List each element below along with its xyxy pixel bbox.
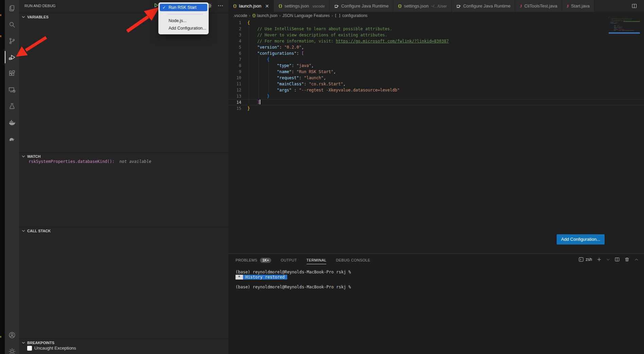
code-line-7[interactable]: 7 { [228, 56, 644, 63]
breakpoints-header[interactable]: BREAKPOINTS [19, 339, 228, 346]
code-line-3[interactable]: 3 // Hover to view descriptions of exist… [228, 32, 644, 38]
sidebar-item-explorer[interactable] [5, 0, 19, 16]
code-line-12[interactable]: 12 "args" : "--regtest -Xkeyvalue.dataso… [228, 87, 644, 93]
code-line-10[interactable]: 10 "request": "launch", [228, 75, 644, 81]
terminal-line [236, 280, 351, 285]
tab-label: Configure Java Runtime [341, 3, 388, 9]
close-icon[interactable]: ✕ [265, 3, 269, 9]
beaker-icon [8, 102, 16, 110]
start-debugging-button[interactable] [154, 3, 159, 8]
code-line-9[interactable]: 9 "name": "Run RSK Start", [228, 69, 644, 75]
java-icon: J [520, 3, 522, 9]
breadcrumb-label: configurations [342, 13, 368, 18]
panel-tab-problems[interactable]: PROBLEMS1K+ [236, 254, 271, 267]
code-line-13[interactable]: 13 } [228, 93, 644, 99]
watch-value: not available [117, 159, 151, 164]
code-line-4[interactable]: 4 // For more information, visit: https:… [228, 38, 644, 44]
menu-item-label: Node.js... [169, 18, 187, 23]
terminal-output[interactable]: (base) reynoldmorel@Reynolds-MacBook-Pro… [236, 270, 351, 289]
manage-button[interactable] [5, 343, 19, 354]
settings-gear-icon [8, 348, 16, 354]
chevron-down-icon[interactable] [606, 258, 610, 262]
code-line-6[interactable]: 6 "configurations": [ [228, 50, 644, 56]
elephant-icon [8, 135, 16, 143]
code-editor[interactable]: 1{2 // Use IntelliSense to learn about p… [228, 19, 644, 112]
menu-item-add-configuration[interactable]: Add Configuration... [160, 24, 207, 32]
tab-settings-json[interactable]: {}settings.json~/.../User [393, 0, 452, 12]
sidebar-item-gradle[interactable] [5, 131, 19, 147]
line-number: 4 [228, 38, 241, 44]
panel-tab-output[interactable]: OUTPUT [281, 254, 297, 267]
account-button[interactable] [5, 327, 19, 343]
source-control-icon [8, 37, 16, 45]
breadcrumb-separator: › [279, 13, 280, 18]
breadcrumb-label: JSON Language Features [282, 13, 330, 18]
menu-item-node-js[interactable]: Node.js... [160, 17, 207, 24]
split-terminal-icon[interactable] [614, 257, 620, 262]
search-icon [8, 21, 16, 29]
text-cursor [260, 100, 260, 104]
kill-terminal-icon[interactable] [624, 257, 630, 262]
tab-configure-java-runtime[interactable]: Configure Java Runtime [330, 0, 393, 12]
menu-item-run-rsk-start[interactable]: ✓Run RSK Start [160, 4, 207, 11]
sidebar-item-remote-explorer[interactable] [5, 82, 19, 98]
menu-separator [167, 14, 203, 14]
menu-item-label: Run RSK Start [169, 5, 196, 10]
sidebar-item-source-control[interactable] [5, 33, 19, 49]
panel-tab-terminal[interactable]: TERMINAL [307, 254, 327, 267]
line-number: 2 [228, 26, 241, 32]
code-line-11[interactable]: 11 "mainClass": "co.rsk.Start", [228, 81, 644, 87]
tab-configure-java-runtime[interactable]: Configure Java Runtime [452, 0, 515, 12]
editor-group: {}launch.json✕{}settings.json.vscodeConf… [228, 0, 644, 253]
code-line-15[interactable]: 15} [228, 105, 644, 112]
add-configuration-button[interactable]: Add Configuration... [557, 234, 605, 245]
sidebar-item-search[interactable] [5, 16, 19, 33]
breadcrumb-item-json-language-features[interactable]: JSON Language Features [282, 13, 330, 18]
panel-tab-label: DEBUG CONSOLE [336, 258, 370, 262]
tab-clitoolstest-java[interactable]: JCliToolsTest.java [515, 0, 562, 12]
checkbox[interactable] [27, 346, 32, 351]
code-line-5[interactable]: 5 "version": "0.2.0", [228, 44, 644, 50]
breadcrumb-item-vscode[interactable]: .vscode [233, 13, 247, 18]
json-icon: {} [278, 4, 282, 8]
tab-settings-json[interactable]: {}settings.json.vscode [274, 0, 330, 12]
array-icon: [ ] [335, 14, 341, 17]
tab-launch-json[interactable]: {}launch.json✕ [228, 0, 274, 12]
new-terminal-icon[interactable] [596, 257, 602, 262]
code-line-8[interactable]: 8 "type": "java", [228, 63, 644, 69]
split-editor-button[interactable] [631, 3, 637, 9]
json-icon: {} [398, 4, 401, 8]
terminal-shell-picker[interactable]: zsh [578, 257, 592, 262]
tab-description: ~/.../User [431, 4, 447, 8]
panel-tab-label: OUTPUT [281, 258, 297, 262]
java-runtime-icon [456, 4, 461, 9]
panel-tab-debug-console[interactable]: DEBUG CONSOLE [336, 254, 370, 267]
java-icon: J [567, 3, 569, 9]
terminal-line: (base) reynoldmorel@Reynolds-MacBook-Pro… [236, 285, 351, 290]
breakpoint-uncaught-exceptions[interactable]: Uncaught Exceptions [27, 345, 76, 351]
sidebar-item-testing[interactable] [5, 98, 19, 114]
sidebar-item-extensions[interactable] [5, 65, 19, 82]
tab-label: Configure Java Runtime [463, 3, 510, 9]
editor-tab-bar: {}launch.json✕{}settings.json.vscodeConf… [228, 0, 644, 12]
sidebar-item-docker[interactable] [5, 114, 19, 131]
code-line-1[interactable]: 1{ [228, 20, 644, 26]
watch-header[interactable]: WATCH [19, 152, 228, 160]
call-stack-header[interactable]: CALL STACK [19, 227, 228, 234]
maximize-panel-icon[interactable] [634, 257, 639, 262]
tab-start-java[interactable]: JStart.java [562, 0, 594, 12]
code-line-2[interactable]: 2 // Use IntelliSense to learn about pos… [228, 26, 644, 32]
sidebar-item-run-and-debug[interactable] [5, 49, 19, 65]
check-icon: ✓ [162, 4, 166, 11]
code-line-14[interactable]: 14 ] [228, 99, 644, 105]
breadcrumb-item-configurations[interactable]: [ ]configurations [335, 13, 368, 18]
vscode-window: RUN AND DEBUG ··· VARIABLES WATCH rskSys… [0, 0, 644, 354]
bottom-panel: PROBLEMS1K+OUTPUTTERMINALDEBUG CONSOLE z… [228, 253, 644, 354]
watch-expression-row[interactable]: rskSystemProperties.databaseKind(): not … [29, 159, 151, 164]
tab-label: CliToolsTest.java [524, 3, 557, 9]
breadcrumb-item-launch-json[interactable]: {}launch.json [252, 13, 278, 18]
breadcrumb-label: launch.json [257, 13, 278, 18]
more-actions-icon[interactable]: ··· [218, 3, 224, 8]
breakpoints-section: BREAKPOINTS Uncaught Exceptions [19, 339, 228, 346]
call-stack-section: CALL STACK [19, 227, 228, 234]
